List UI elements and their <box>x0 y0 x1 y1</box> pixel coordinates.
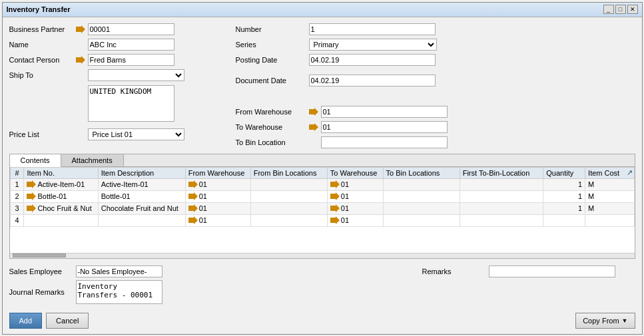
svg-marker-4 <box>27 180 36 188</box>
scrollbar-area[interactable] <box>10 253 635 258</box>
ship-to-select[interactable] <box>88 69 184 81</box>
col-header-fromwh: From Warehouse <box>185 167 250 178</box>
business-partner-label: Business Partner <box>9 25 76 33</box>
col-header-qty: Quantity <box>543 167 585 178</box>
col-header-firsttobin: First To-Bin-Location <box>460 167 543 178</box>
ship-to-row: Ship To <box>9 69 222 82</box>
tabs-header: Contents Attachments <box>10 154 635 167</box>
svg-marker-13 <box>188 216 198 224</box>
right-fields: Number Series Primary Posting Date Docum… <box>236 23 635 151</box>
copy-from-button[interactable]: Copy From ▼ <box>575 313 635 329</box>
journal-remarks-row: Journal Remarks Inventory Transfers - 00… <box>9 280 416 304</box>
action-bar: Add Cancel Copy From ▼ <box>9 309 635 329</box>
to-warehouse-input[interactable] <box>321 121 448 133</box>
copy-from-dropdown-icon: ▼ <box>622 317 628 324</box>
svg-marker-6 <box>330 180 340 188</box>
scrollbar-thumb[interactable] <box>13 253 66 257</box>
cell-desc: Bottle-01 <box>98 190 185 202</box>
posting-date-label: Posting Date <box>236 56 309 64</box>
cell-tobin <box>383 202 460 214</box>
cell-desc: Chocolate Fruit and Nut <box>98 202 185 214</box>
bottom-right: Remarks <box>422 265 635 280</box>
from-warehouse-arrow-icon <box>309 108 321 116</box>
tab-contents[interactable]: Contents <box>10 154 61 167</box>
cell-towh: 01 <box>327 214 383 226</box>
close-button[interactable]: ✕ <box>627 5 638 14</box>
action-left: Add Cancel <box>9 313 89 329</box>
table-body: 1 Active-Item-01 Active-Item-01 01 01 1 … <box>10 178 634 226</box>
table-row[interactable]: 1 Active-Item-01 Active-Item-01 01 01 1 … <box>10 178 634 190</box>
table-row[interactable]: 3 Choc Fruit & Nut Chocolate Fruit and N… <box>10 202 634 214</box>
cell-qty: 1 <box>543 202 585 214</box>
document-date-input[interactable] <box>309 75 436 86</box>
cell-frombin <box>250 178 327 190</box>
svg-marker-9 <box>330 192 340 200</box>
add-button[interactable]: Add <box>9 313 43 329</box>
cell-cost: M <box>585 178 634 190</box>
left-fields: Business Partner Name Contact Person <box>9 23 222 151</box>
svg-marker-1 <box>76 56 85 64</box>
contact-person-input[interactable] <box>88 54 174 66</box>
cell-qty: 1 <box>543 178 585 190</box>
to-warehouse-arrow-icon <box>309 123 321 131</box>
copy-from-container: Copy From ▼ <box>575 313 635 329</box>
to-bin-location-label: To Bin Location <box>236 138 309 146</box>
sales-employee-input[interactable] <box>76 265 162 277</box>
tab-attachments[interactable]: Attachments <box>61 154 124 166</box>
posting-date-input[interactable] <box>309 54 436 66</box>
maximize-button[interactable]: □ <box>615 5 626 14</box>
remarks-label: Remarks <box>422 267 489 275</box>
cell-fromwh: 01 <box>185 202 250 214</box>
cell-fromwh: 01 <box>185 190 250 202</box>
business-partner-input[interactable] <box>88 23 174 35</box>
cell-cost <box>585 214 634 226</box>
svg-marker-7 <box>27 192 36 200</box>
col-header-towh: To Warehouse <box>327 167 383 178</box>
remarks-input[interactable] <box>489 265 615 277</box>
to-bin-location-input[interactable] <box>321 136 448 148</box>
cell-firsttobin <box>460 202 543 214</box>
number-input[interactable] <box>309 23 436 35</box>
table-row[interactable]: 2 Bottle-01 Bottle-01 01 01 1 M <box>10 190 634 202</box>
col-header-frombin: From Bin Locations <box>250 167 327 178</box>
cell-tobin <box>383 190 460 202</box>
cell-towh: 01 <box>327 190 383 202</box>
to-warehouse-row: To Warehouse <box>236 120 635 134</box>
cell-tobin <box>383 178 460 190</box>
col-header-cost: Item Cost ↗ <box>585 167 634 178</box>
sales-employee-row: Sales Employee <box>9 265 416 277</box>
number-label: Number <box>236 25 309 33</box>
from-warehouse-row: From Warehouse <box>236 105 635 118</box>
cell-num: 4 <box>10 214 24 226</box>
from-warehouse-input[interactable] <box>321 106 448 118</box>
cell-frombin <box>250 202 327 214</box>
svg-marker-14 <box>330 216 340 224</box>
bottom-section: Sales Employee Journal Remarks Inventory… <box>9 261 635 307</box>
cell-firsttobin <box>460 214 543 226</box>
cell-fromwh: 01 <box>185 178 250 190</box>
minimize-button[interactable]: _ <box>603 5 614 14</box>
price-list-select[interactable]: Price List 01 <box>88 128 184 140</box>
cell-cost: M <box>585 202 634 214</box>
series-select[interactable]: Primary <box>309 39 437 51</box>
export-icon[interactable]: ↗ <box>627 168 633 177</box>
col-header-desc: Item Description <box>98 167 185 178</box>
cell-itemno: Choc Fruit & Nut <box>24 202 98 214</box>
table-row[interactable]: 4 01 01 <box>10 214 634 226</box>
top-section: Business Partner Name Contact Person <box>9 23 635 151</box>
cell-qty <box>543 214 585 226</box>
window-title: Inventory Transfer <box>7 5 71 13</box>
cell-frombin <box>250 214 327 226</box>
contact-person-row: Contact Person <box>9 53 222 67</box>
name-input[interactable] <box>88 39 174 51</box>
cell-itemno: Bottle-01 <box>24 190 98 202</box>
warehouse-section: From Warehouse To Warehouse <box>236 105 635 149</box>
to-bin-location-row: To Bin Location <box>236 136 635 149</box>
cell-itemno: Active-Item-01 <box>24 178 98 190</box>
journal-remarks-textarea[interactable]: Inventory Transfers - 00001 <box>76 280 162 304</box>
cancel-button[interactable]: Cancel <box>46 313 89 329</box>
col-header-tobin: To Bin Locations <box>383 167 460 178</box>
copy-from-label: Copy From <box>583 317 619 325</box>
cell-cost: M <box>585 190 634 202</box>
svg-marker-10 <box>27 204 36 212</box>
